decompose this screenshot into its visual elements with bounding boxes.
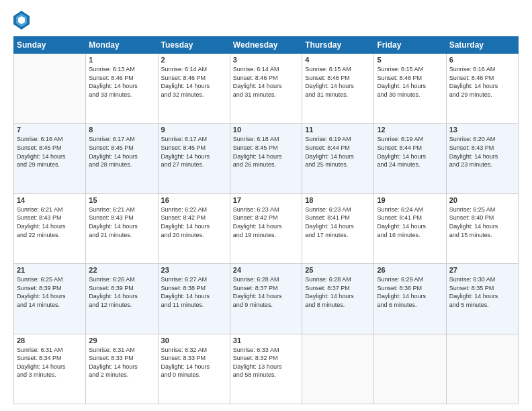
day-info: Sunrise: 6:29 AM Sunset: 8:36 PM Dayligh… [377,275,443,309]
table-row: 28Sunrise: 6:31 AM Sunset: 8:34 PM Dayli… [14,334,86,404]
day-info: Sunrise: 6:17 AM Sunset: 8:45 PM Dayligh… [161,135,227,169]
day-number: 5 [377,56,443,64]
table-row: 23Sunrise: 6:27 AM Sunset: 8:38 PM Dayli… [158,264,230,334]
day-info: Sunrise: 6:14 AM Sunset: 8:46 PM Dayligh… [233,65,299,99]
table-row: 14Sunrise: 6:21 AM Sunset: 8:43 PM Dayli… [14,193,86,263]
day-info: Sunrise: 6:27 AM Sunset: 8:38 PM Dayligh… [161,275,227,309]
day-number: 26 [377,266,443,274]
day-number: 28 [17,336,83,345]
table-row: 22Sunrise: 6:26 AM Sunset: 8:39 PM Dayli… [86,264,158,334]
day-number: 1 [89,56,154,64]
logo-icon [13,11,30,30]
table-row: 12Sunrise: 6:19 AM Sunset: 8:44 PM Dayli… [374,124,446,193]
table-row [446,334,518,404]
day-number: 16 [161,196,227,204]
table-row: 2Sunrise: 6:14 AM Sunset: 8:46 PM Daylig… [158,54,230,124]
calendar-week-row: 1Sunrise: 6:13 AM Sunset: 8:46 PM Daylig… [14,54,519,124]
day-number: 27 [449,266,515,274]
day-number: 10 [233,126,299,134]
table-row: 9Sunrise: 6:17 AM Sunset: 8:45 PM Daylig… [158,124,230,193]
day-number: 15 [89,196,154,204]
day-number: 4 [305,56,371,64]
calendar-week-row: 28Sunrise: 6:31 AM Sunset: 8:34 PM Dayli… [14,334,519,404]
table-row: 31Sunrise: 6:33 AM Sunset: 8:32 PM Dayli… [230,334,302,404]
day-number: 23 [161,266,227,274]
weekday-header-row: Sunday Monday Tuesday Wednesday Thursday… [14,37,519,54]
day-number: 11 [305,126,371,134]
table-row: 3Sunrise: 6:14 AM Sunset: 8:46 PM Daylig… [230,54,302,124]
table-row: 26Sunrise: 6:29 AM Sunset: 8:36 PM Dayli… [374,264,446,334]
col-monday: Monday [86,37,158,54]
table-row [302,334,374,404]
day-number: 7 [17,126,83,134]
table-row: 24Sunrise: 6:28 AM Sunset: 8:37 PM Dayli… [230,264,302,334]
day-info: Sunrise: 6:25 AM Sunset: 8:40 PM Dayligh… [449,205,515,239]
col-thursday: Thursday [302,37,374,54]
table-row: 8Sunrise: 6:17 AM Sunset: 8:45 PM Daylig… [86,124,158,193]
day-info: Sunrise: 6:32 AM Sunset: 8:33 PM Dayligh… [161,346,227,379]
day-number: 6 [449,56,515,64]
day-number: 12 [377,126,443,134]
day-info: Sunrise: 6:15 AM Sunset: 8:46 PM Dayligh… [377,65,443,99]
table-row: 11Sunrise: 6:19 AM Sunset: 8:44 PM Dayli… [302,124,374,193]
table-row [374,334,446,404]
calendar-table: Sunday Monday Tuesday Wednesday Thursday… [13,36,519,404]
table-row: 29Sunrise: 6:31 AM Sunset: 8:33 PM Dayli… [86,334,158,404]
day-info: Sunrise: 6:13 AM Sunset: 8:46 PM Dayligh… [89,65,154,99]
day-number: 17 [233,196,299,204]
day-info: Sunrise: 6:19 AM Sunset: 8:44 PM Dayligh… [377,135,443,169]
table-row: 15Sunrise: 6:21 AM Sunset: 8:43 PM Dayli… [86,193,158,263]
table-row: 19Sunrise: 6:24 AM Sunset: 8:41 PM Dayli… [374,193,446,263]
table-row: 18Sunrise: 6:23 AM Sunset: 8:41 PM Dayli… [302,193,374,263]
day-info: Sunrise: 6:23 AM Sunset: 8:42 PM Dayligh… [233,205,299,239]
day-info: Sunrise: 6:33 AM Sunset: 8:32 PM Dayligh… [233,346,299,379]
table-row: 5Sunrise: 6:15 AM Sunset: 8:46 PM Daylig… [374,54,446,124]
table-row: 7Sunrise: 6:16 AM Sunset: 8:45 PM Daylig… [14,124,86,193]
day-number: 29 [89,336,154,345]
day-number: 20 [449,196,515,204]
day-info: Sunrise: 6:28 AM Sunset: 8:37 PM Dayligh… [305,275,371,309]
col-tuesday: Tuesday [158,37,230,54]
header [13,11,519,30]
page: Sunday Monday Tuesday Wednesday Thursday… [0,0,532,411]
table-row: 6Sunrise: 6:16 AM Sunset: 8:46 PM Daylig… [446,54,518,124]
day-info: Sunrise: 6:24 AM Sunset: 8:41 PM Dayligh… [377,205,443,239]
day-info: Sunrise: 6:18 AM Sunset: 8:45 PM Dayligh… [233,135,299,169]
day-number: 13 [449,126,515,134]
calendar-week-row: 21Sunrise: 6:25 AM Sunset: 8:39 PM Dayli… [14,264,519,334]
day-number: 30 [161,336,227,345]
table-row: 4Sunrise: 6:15 AM Sunset: 8:46 PM Daylig… [302,54,374,124]
day-info: Sunrise: 6:16 AM Sunset: 8:46 PM Dayligh… [449,65,515,99]
day-number: 21 [17,266,83,274]
day-info: Sunrise: 6:25 AM Sunset: 8:39 PM Dayligh… [17,275,83,309]
day-number: 3 [233,56,299,64]
logo [13,11,32,30]
day-info: Sunrise: 6:15 AM Sunset: 8:46 PM Dayligh… [305,65,371,99]
col-wednesday: Wednesday [230,37,302,54]
day-info: Sunrise: 6:28 AM Sunset: 8:37 PM Dayligh… [233,275,299,309]
table-row: 10Sunrise: 6:18 AM Sunset: 8:45 PM Dayli… [230,124,302,193]
table-row: 27Sunrise: 6:30 AM Sunset: 8:35 PM Dayli… [446,264,518,334]
day-info: Sunrise: 6:19 AM Sunset: 8:44 PM Dayligh… [305,135,371,169]
day-number: 18 [305,196,371,204]
calendar-body: 1Sunrise: 6:13 AM Sunset: 8:46 PM Daylig… [14,54,519,404]
day-info: Sunrise: 6:23 AM Sunset: 8:41 PM Dayligh… [305,205,371,239]
table-row: 30Sunrise: 6:32 AM Sunset: 8:33 PM Dayli… [158,334,230,404]
day-info: Sunrise: 6:22 AM Sunset: 8:42 PM Dayligh… [161,205,227,239]
day-info: Sunrise: 6:21 AM Sunset: 8:43 PM Dayligh… [17,205,83,239]
day-info: Sunrise: 6:16 AM Sunset: 8:45 PM Dayligh… [17,135,83,169]
calendar-week-row: 7Sunrise: 6:16 AM Sunset: 8:45 PM Daylig… [14,124,519,193]
day-number: 25 [305,266,371,274]
day-number: 9 [161,126,227,134]
day-info: Sunrise: 6:30 AM Sunset: 8:35 PM Dayligh… [449,275,515,309]
table-row: 20Sunrise: 6:25 AM Sunset: 8:40 PM Dayli… [446,193,518,263]
table-row: 17Sunrise: 6:23 AM Sunset: 8:42 PM Dayli… [230,193,302,263]
day-info: Sunrise: 6:21 AM Sunset: 8:43 PM Dayligh… [89,205,154,239]
day-info: Sunrise: 6:20 AM Sunset: 8:43 PM Dayligh… [449,135,515,169]
col-friday: Friday [374,37,446,54]
day-info: Sunrise: 6:26 AM Sunset: 8:39 PM Dayligh… [89,275,154,309]
day-number: 2 [161,56,227,64]
table-row: 25Sunrise: 6:28 AM Sunset: 8:37 PM Dayli… [302,264,374,334]
day-info: Sunrise: 6:31 AM Sunset: 8:34 PM Dayligh… [17,346,83,379]
day-number: 24 [233,266,299,274]
